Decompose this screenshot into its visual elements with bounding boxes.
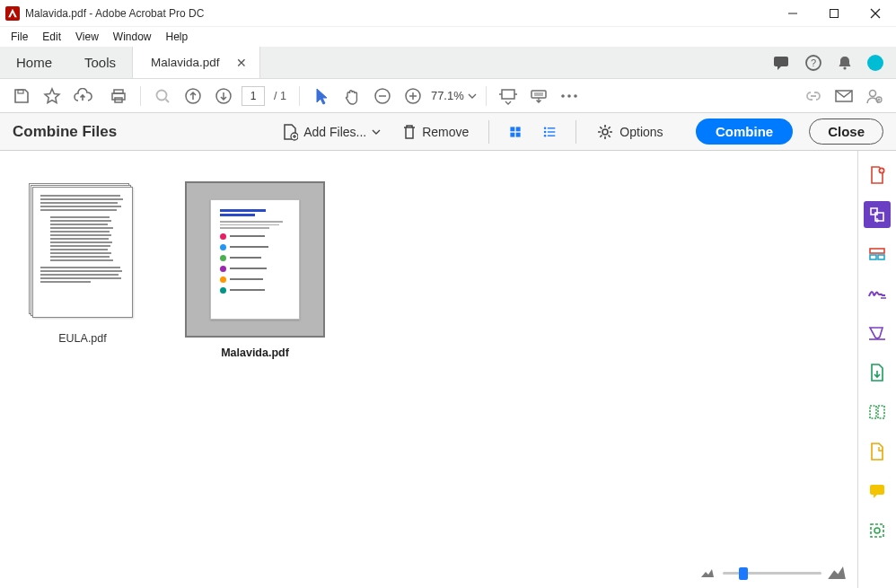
close-window-button[interactable] xyxy=(855,0,896,27)
remove-label: Remove xyxy=(422,125,469,139)
page-down-icon[interactable] xyxy=(211,83,236,109)
svg-rect-51 xyxy=(870,255,876,259)
svg-point-25 xyxy=(561,94,565,98)
menu-window[interactable]: Window xyxy=(106,29,159,45)
svg-point-44 xyxy=(544,134,547,136)
zoom-small-icon xyxy=(699,566,716,579)
list-view-button[interactable] xyxy=(536,120,563,144)
save-icon[interactable] xyxy=(9,83,34,109)
cloud-upload-icon[interactable] xyxy=(70,83,95,109)
tab-document-label: Malavida.pdf xyxy=(151,56,220,69)
svg-rect-4 xyxy=(774,57,788,66)
file-name: EULA.pdf xyxy=(58,332,107,345)
chevron-down-icon xyxy=(372,127,381,136)
zoom-level-dropdown[interactable]: 77.1% xyxy=(431,89,477,102)
zoom-out-icon[interactable] xyxy=(370,83,395,109)
menu-file[interactable]: File xyxy=(4,29,35,45)
file-thumbnail xyxy=(210,199,300,320)
workspace: EULA.pdf Malavida.pdf xyxy=(0,151,896,588)
svg-point-59 xyxy=(874,528,880,533)
files-canvas[interactable]: EULA.pdf Malavida.pdf xyxy=(0,151,858,588)
thumbnail-zoom-slider[interactable] xyxy=(699,566,845,579)
svg-rect-41 xyxy=(548,127,555,128)
svg-rect-37 xyxy=(516,127,521,131)
avatar[interactable] xyxy=(867,55,883,71)
page-up-icon[interactable] xyxy=(180,83,206,109)
edit-pdf-icon[interactable] xyxy=(864,241,891,268)
add-user-icon[interactable] xyxy=(862,83,887,109)
close-panel-button[interactable]: Close xyxy=(809,118,883,145)
window-title: Malavida.pdf - Adobe Acrobat Pro DC xyxy=(25,7,204,20)
send-comments-icon[interactable] xyxy=(864,438,891,465)
bell-icon[interactable] xyxy=(837,55,853,71)
page-count: / 1 xyxy=(274,90,286,102)
svg-rect-43 xyxy=(548,131,555,132)
zoom-handle[interactable] xyxy=(739,567,748,580)
menu-edit[interactable]: Edit xyxy=(35,29,68,45)
organize-pages-icon[interactable] xyxy=(864,399,891,426)
tab-home[interactable]: Home xyxy=(0,47,68,78)
fill-sign-icon[interactable] xyxy=(864,320,891,347)
tab-close-icon[interactable]: ✕ xyxy=(236,56,247,70)
page-number-input[interactable] xyxy=(242,86,265,106)
share-link-icon[interactable] xyxy=(801,83,826,109)
zoom-track[interactable] xyxy=(723,572,821,575)
fit-width-icon[interactable] xyxy=(496,83,521,109)
svg-rect-50 xyxy=(870,249,884,253)
menu-help[interactable]: Help xyxy=(159,29,196,45)
svg-rect-1 xyxy=(830,9,839,17)
combine-files-icon[interactable] xyxy=(864,201,891,228)
hand-tool-icon[interactable] xyxy=(339,83,365,109)
add-files-button[interactable]: Add Files... xyxy=(275,119,388,145)
svg-rect-58 xyxy=(871,524,883,537)
combine-files-toolbar: Combine Files Add Files... Remove Option… xyxy=(0,113,896,151)
svg-rect-45 xyxy=(548,135,555,136)
thumbnail-view-button[interactable] xyxy=(502,119,529,145)
svg-rect-56 xyxy=(878,406,884,418)
svg-rect-21 xyxy=(502,90,514,99)
minimize-button[interactable] xyxy=(772,0,813,27)
options-label: Options xyxy=(619,125,663,139)
sign-icon[interactable] xyxy=(864,280,891,307)
help-icon[interactable]: ? xyxy=(804,54,822,72)
print-icon[interactable] xyxy=(106,83,131,109)
tab-document[interactable]: Malavida.pdf ✕ xyxy=(132,47,260,78)
svg-rect-38 xyxy=(511,132,515,136)
export-pdf-icon[interactable] xyxy=(864,359,891,386)
more-tools-icon[interactable] xyxy=(557,83,582,109)
svg-rect-8 xyxy=(18,90,23,93)
svg-rect-39 xyxy=(516,132,521,136)
comment-tool-icon[interactable] xyxy=(864,478,891,505)
options-button[interactable]: Options xyxy=(589,119,670,145)
svg-rect-22 xyxy=(531,91,546,98)
svg-point-42 xyxy=(544,130,547,133)
tabbar: Home Tools Malavida.pdf ✕ ? xyxy=(0,47,896,79)
search-icon[interactable] xyxy=(150,83,175,109)
email-icon[interactable] xyxy=(831,83,856,109)
svg-point-26 xyxy=(567,94,571,98)
svg-rect-52 xyxy=(878,255,884,259)
remove-button[interactable]: Remove xyxy=(395,119,476,145)
svg-point-40 xyxy=(544,127,547,129)
svg-point-29 xyxy=(870,90,876,96)
create-pdf-icon[interactable] xyxy=(864,162,891,189)
file-tile[interactable]: EULA.pdf xyxy=(27,181,138,345)
maximize-button[interactable] xyxy=(813,0,855,27)
comment-icon[interactable] xyxy=(772,55,790,71)
svg-rect-57 xyxy=(870,485,884,495)
svg-text:?: ? xyxy=(811,57,816,68)
menubar: File Edit View Window Help xyxy=(0,27,896,47)
file-tile-selected[interactable]: Malavida.pdf xyxy=(185,181,325,359)
scan-ocr-icon[interactable] xyxy=(864,517,891,544)
svg-point-46 xyxy=(602,129,608,135)
zoom-in-icon[interactable] xyxy=(400,83,426,109)
select-cursor-icon[interactable] xyxy=(309,83,334,109)
combine-button[interactable]: Combine xyxy=(696,118,793,145)
star-icon[interactable] xyxy=(40,83,65,109)
trash-icon xyxy=(402,123,417,141)
read-mode-icon[interactable] xyxy=(526,83,551,109)
zoom-level-text: 77.1% xyxy=(431,89,464,102)
tab-tools[interactable]: Tools xyxy=(68,47,132,78)
menu-view[interactable]: View xyxy=(68,29,106,45)
svg-line-13 xyxy=(166,99,170,102)
